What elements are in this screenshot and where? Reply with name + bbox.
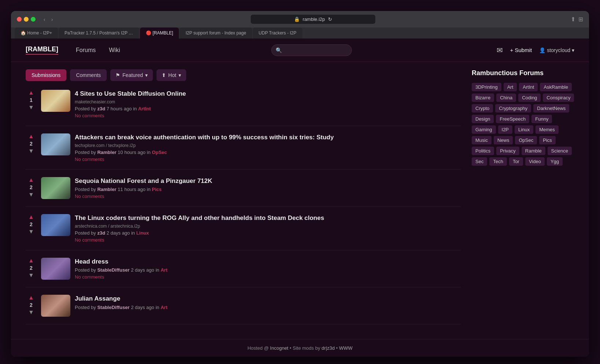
post-category[interactable]: Linux: [136, 230, 149, 236]
post-comments-link[interactable]: No comments: [75, 157, 461, 162]
post-author[interactable]: StableDiffuser: [97, 267, 129, 273]
downvote-button[interactable]: ▼: [28, 229, 34, 235]
new-tab-icon[interactable]: ⊞: [578, 16, 583, 23]
tag-darknet-news[interactable]: DarknetNews: [533, 104, 569, 113]
hot-dropdown[interactable]: ⬆ Hot ▾: [157, 69, 186, 81]
post-author[interactable]: Rambler: [97, 187, 116, 192]
tag-tech[interactable]: Tech: [489, 157, 507, 166]
search-input[interactable]: [271, 44, 352, 56]
post-title[interactable]: Julian Assange: [75, 295, 461, 303]
post-author[interactable]: StableDiffuser: [97, 305, 129, 310]
site-logo[interactable]: [RAMBLE]: [26, 45, 58, 55]
tab-patracker[interactable]: PaTracker 1.7.5 / Postman's I2P Tracker: [59, 27, 139, 38]
upvote-button[interactable]: ▲: [28, 177, 34, 183]
tag-cryptography[interactable]: Cryptography: [495, 104, 531, 113]
post-title[interactable]: Attackers can break voice authentication…: [75, 133, 461, 141]
featured-dropdown[interactable]: ⚑ Featured ▾: [110, 69, 153, 81]
downvote-button[interactable]: ▼: [28, 148, 34, 154]
submit-button[interactable]: + Submit: [510, 47, 532, 53]
nav-links: Forums Wiki: [69, 47, 126, 54]
tag-china[interactable]: China: [496, 93, 516, 102]
post-title[interactable]: 4 Sites to Use Stable Diffusion Online: [75, 90, 461, 98]
forward-button[interactable]: ›: [49, 16, 55, 23]
tab-i2p-support[interactable]: I2P support forum - Index page: [180, 27, 252, 38]
app-content: [RAMBLE] Forums Wiki 🔍 ✉ + Submit 👤 stor…: [11, 38, 589, 357]
tag-tor[interactable]: Tor: [509, 157, 523, 166]
tag-news[interactable]: News: [494, 136, 513, 144]
tab-ramble[interactable]: 🔴 [RAMBLE]: [140, 27, 179, 38]
post-author[interactable]: z3d: [97, 106, 105, 111]
tag-video[interactable]: Video: [525, 157, 545, 166]
tag-artint[interactable]: ArtInt: [519, 83, 538, 91]
post-comments-link[interactable]: No comments: [75, 194, 461, 199]
post-author[interactable]: Rambler: [97, 150, 116, 155]
tag-pics[interactable]: Pics: [539, 136, 556, 144]
tab-home[interactable]: 🏠 Home - I2P+: [15, 27, 58, 38]
tag-music[interactable]: Music: [472, 136, 492, 144]
post-category[interactable]: Pics: [152, 187, 162, 192]
comments-filter[interactable]: Comments: [70, 69, 107, 81]
tag-science[interactable]: Science: [548, 147, 572, 155]
tag-politics[interactable]: Politics: [472, 147, 494, 155]
post-title[interactable]: Head dress: [75, 258, 461, 266]
tab-udp-trackers[interactable]: UDP Trackers - I2P: [253, 27, 302, 38]
submissions-filter[interactable]: Submissions: [26, 69, 66, 81]
user-menu-button[interactable]: 👤 storycloud ▾: [539, 47, 574, 53]
post-category[interactable]: Art: [161, 305, 168, 310]
address-bar-container: 🔒 ramble.i2p ↻: [59, 15, 567, 24]
maximize-button[interactable]: [31, 17, 36, 22]
mail-button[interactable]: ✉: [497, 46, 503, 55]
refresh-icon[interactable]: ↻: [328, 16, 332, 22]
minimize-button[interactable]: [24, 17, 29, 22]
post-title[interactable]: Sequoia National Forest and a Pinzgauer …: [75, 177, 461, 185]
downvote-button[interactable]: ▼: [28, 272, 34, 278]
post-comments-link[interactable]: No comments: [75, 113, 461, 118]
tag-memes[interactable]: Memes: [535, 125, 559, 134]
post-comments-link[interactable]: No comments: [75, 237, 461, 243]
upvote-button[interactable]: ▲: [28, 214, 34, 220]
tag-crypto[interactable]: Crypto: [472, 104, 493, 113]
post-title[interactable]: The Linux coders turning the ROG Ally an…: [75, 214, 461, 222]
nav-wiki[interactable]: Wiki: [102, 47, 126, 54]
upvote-button[interactable]: ▲: [28, 258, 34, 264]
post-category[interactable]: Art: [161, 267, 168, 273]
tag-linux[interactable]: Linux: [515, 125, 533, 134]
tag-sec[interactable]: Sec: [472, 157, 487, 166]
back-button[interactable]: ‹: [41, 16, 48, 23]
upvote-button[interactable]: ▲: [28, 133, 34, 139]
post-category[interactable]: OpSec: [152, 150, 167, 155]
share-icon[interactable]: ⬆: [571, 16, 575, 23]
tag-opsec[interactable]: OpSec: [515, 136, 537, 144]
address-bar[interactable]: 🔒 ramble.i2p ↻: [251, 15, 375, 24]
footer-www-link[interactable]: WWW: [339, 345, 353, 351]
downvote-button[interactable]: ▼: [28, 104, 34, 110]
tag-bizarre[interactable]: Bizarre: [472, 93, 494, 102]
tag-privacy[interactable]: Privacy: [496, 147, 519, 155]
post-author[interactable]: z3d: [97, 230, 105, 236]
tag-art[interactable]: Art: [504, 83, 517, 91]
footer-drjz3d-link[interactable]: dr|z3d: [321, 345, 335, 351]
upvote-button[interactable]: ▲: [28, 90, 34, 96]
downvote-button[interactable]: ▼: [28, 309, 34, 315]
post-category[interactable]: ArtInt: [138, 106, 151, 111]
nav-forums[interactable]: Forums: [69, 47, 102, 54]
tag-freespeech[interactable]: FreeSpeech: [496, 115, 529, 123]
tag-funny[interactable]: Funny: [531, 115, 552, 123]
upvote-button[interactable]: ▲: [28, 295, 34, 301]
tag-askramble[interactable]: AskRamble: [540, 83, 571, 91]
footer-incognet-link[interactable]: Incognet: [270, 345, 288, 351]
tag-ramble[interactable]: Ramble: [522, 147, 545, 155]
forum-tags: 3DPrinting Art ArtInt AskRamble Bizarre …: [472, 83, 574, 166]
content-area: Submissions Comments ⚑ Featured ▾ ⬆ Hot …: [26, 69, 461, 332]
tag-ygg[interactable]: Ygg: [547, 157, 563, 166]
tag-gaming[interactable]: Gaming: [472, 125, 496, 134]
tag-conspiracy[interactable]: Conspiracy: [543, 93, 574, 102]
downvote-button[interactable]: ▼: [28, 192, 34, 198]
tag-i2p[interactable]: I2P: [498, 125, 513, 134]
tag-design[interactable]: Design: [472, 115, 494, 123]
tag-3dprinting[interactable]: 3DPrinting: [472, 83, 501, 91]
post-comments-link[interactable]: No comments: [75, 274, 461, 280]
tag-coding[interactable]: Coding: [518, 93, 541, 102]
close-button[interactable]: [17, 17, 22, 22]
post-meta: Posted by z3d 7 hours ago in ArtInt: [75, 106, 461, 111]
